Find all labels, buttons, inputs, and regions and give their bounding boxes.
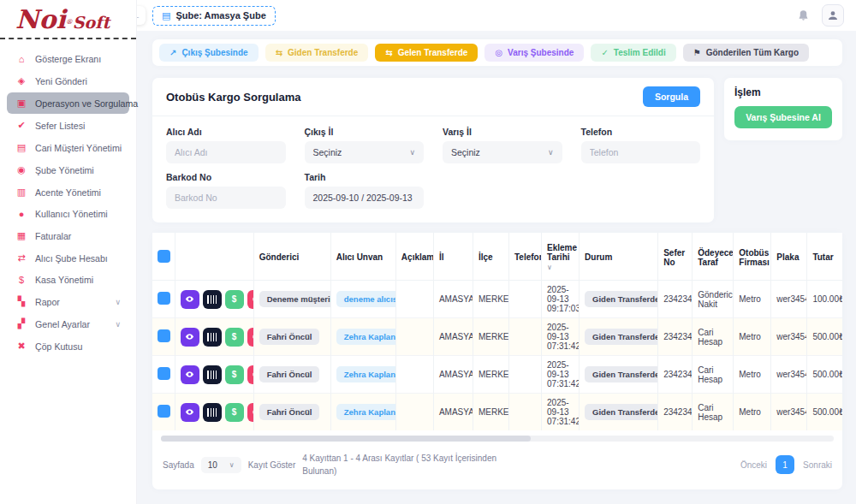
barcode-button[interactable]: [203, 365, 222, 384]
district-value: MERKEZ: [479, 370, 509, 379]
sidebar: Noi®Soft ⌂Gösterge Ekranı◈Yeni Gönderi▣O…: [0, 0, 137, 504]
filter-button-0[interactable]: ↗Çıkış Şubesinde: [159, 44, 259, 62]
payment-button[interactable]: $: [225, 365, 244, 384]
column-header-label: İlçe: [479, 252, 493, 262]
select-all-checkbox[interactable]: [158, 250, 170, 263]
sidebar-item-2[interactable]: ▣Operasyon ve Sorgulama: [7, 92, 129, 114]
sidebar-item-4[interactable]: ▤Cari Müşteri Yönetimi: [7, 137, 129, 158]
status-badge: Giden Transferde: [585, 291, 658, 307]
receiver-cell: Zehra Kaplan: [330, 356, 395, 394]
view-button[interactable]: [181, 403, 199, 422]
origin-city-label: Çıkış İl: [305, 127, 425, 137]
per-page-select[interactable]: 10 ∨: [201, 457, 241, 473]
row-actions-cell: $: [175, 318, 253, 356]
payment-button[interactable]: $: [225, 403, 244, 422]
payment-button[interactable]: $: [225, 328, 244, 347]
user-avatar[interactable]: [822, 4, 844, 27]
query-submit-button[interactable]: Sorgula: [643, 86, 700, 107]
barcode-button[interactable]: [203, 328, 222, 347]
eye-icon: [185, 407, 194, 417]
sidebar-item-9[interactable]: ⇄Alıcı Şube Hesabı: [7, 247, 129, 269]
date-range-label: Tarih: [305, 172, 425, 182]
sidebar-item-6[interactable]: ▥Acente Yönetimi: [7, 181, 129, 203]
trip-list-icon: ✔: [15, 120, 27, 131]
sidebar-item-3[interactable]: ✔Sefer Listesi: [7, 115, 129, 136]
city-cell: AMASYA: [433, 281, 473, 318]
filter-button-2[interactable]: ⇆Gelen Transferde: [375, 44, 478, 62]
created-date-value: 2025-09-13 09:17:03: [547, 285, 580, 313]
sidebar-item-13[interactable]: ✖Çöp Kutusu: [7, 335, 129, 357]
branch-selector-button[interactable]: ▤ Şube: Amasya Şube: [152, 6, 276, 26]
horizontal-scrollbar[interactable]: [161, 436, 834, 442]
package-icon: ◈: [15, 75, 27, 86]
created-date-value: 2025-09-13 07:31:42: [547, 398, 580, 426]
records-info-text: 4 Kayıttan 1 - 4 Arası Kayıtlar ( 53 Kay…: [302, 452, 516, 477]
print-button[interactable]: [247, 290, 254, 309]
destination-city-select[interactable]: Seçiniz ∨: [443, 141, 562, 163]
row-checkbox[interactable]: [158, 405, 170, 418]
print-button[interactable]: [247, 403, 254, 422]
sidebar-item-12[interactable]: ▞Genel Ayarlar∨: [7, 313, 129, 335]
sidebar-item-label: Kullanıcı Yönetimi: [35, 209, 108, 219]
home-icon: ⌂: [15, 54, 27, 64]
filter-button-5[interactable]: ⚑Gönderilen Tüm Kargo: [683, 44, 809, 62]
take-to-arrival-branch-button[interactable]: Varış Şubesine Al: [734, 106, 832, 128]
sidebar-item-5[interactable]: ◉Şube Yönetimi: [7, 159, 129, 181]
filter-button-1[interactable]: ⇆Giden Transferde: [265, 44, 369, 62]
trip-no-cell: 234234: [658, 318, 693, 356]
sort-icon[interactable]: ∨: [547, 264, 552, 271]
barcode-button[interactable]: [203, 403, 222, 422]
sidebar-item-1[interactable]: ◈Yeni Gönderi: [7, 70, 129, 92]
topbar: ← ▤ Şube: Amasya Şube: [137, 0, 856, 31]
trip-no-value: 234234: [663, 370, 692, 379]
column-header-label: Açıklama: [401, 252, 434, 262]
phone-input[interactable]: [581, 141, 701, 163]
print-button[interactable]: [247, 365, 254, 384]
scrollbar-thumb[interactable]: [161, 436, 531, 442]
column-header-plaka: Plaka: [771, 233, 807, 281]
page-number-button[interactable]: 1: [776, 455, 794, 474]
next-page-button[interactable]: Sonraki: [803, 460, 832, 470]
previous-page-button[interactable]: Önceki: [740, 460, 767, 470]
payment-button[interactable]: $: [225, 290, 244, 309]
sidebar-item-11[interactable]: ▚Rapor∨: [7, 291, 129, 312]
view-button[interactable]: [181, 365, 199, 384]
sidebar-item-8[interactable]: ▦Faturalar: [7, 225, 129, 246]
sidebar-item-0[interactable]: ⌂Gösterge Ekranı: [7, 49, 129, 69]
per-page-suffix-label: Kayıt Göster: [248, 460, 296, 470]
receiver-cell: Zehra Kaplan: [330, 318, 395, 356]
customer-icon: ▤: [15, 142, 27, 153]
column-header-label: Telefon: [514, 252, 542, 262]
sidebar-item-7[interactable]: ●Kullanıcı Yönetimi: [7, 204, 129, 224]
origin-city-select[interactable]: Seçiniz ∨: [305, 141, 425, 163]
notifications-bell-icon[interactable]: [797, 9, 810, 22]
row-checkbox[interactable]: [158, 367, 170, 380]
branch-label: Şube: Amasya Şube: [175, 10, 265, 21]
view-button[interactable]: [181, 290, 199, 309]
sidebar-item-10[interactable]: $Kasa Yönetimi: [7, 270, 129, 290]
amount-value: 500.00₺: [812, 332, 842, 341]
date-range-input[interactable]: 2025-09-10 / 2025-09-13: [305, 187, 425, 209]
bus-company-value: Metro: [739, 407, 761, 417]
field-date-range: Tarih 2025-09-10 / 2025-09-13: [305, 172, 425, 209]
chevron-down-icon: ∨: [229, 461, 235, 469]
sidebar-item-label: Yeni Gönderi: [35, 76, 87, 86]
receiver-badge: Zehra Kaplan: [336, 366, 396, 382]
barcode-input[interactable]: [166, 187, 286, 209]
barcode-button[interactable]: [203, 290, 222, 309]
row-checkbox[interactable]: [158, 329, 170, 342]
amount-cell: 500.00₺: [807, 318, 842, 356]
view-button[interactable]: [181, 328, 199, 347]
receiver-cell: Zehra Kaplan: [330, 394, 395, 431]
receiver-name-input[interactable]: [166, 141, 286, 163]
status-filter-bar: ↗Çıkış Şubesinde⇆Giden Transferde⇆Gelen …: [152, 39, 842, 66]
filter-button-4[interactable]: ✓Teslim Edildi: [591, 44, 675, 62]
city-value: AMASYA: [439, 332, 473, 341]
sidebar-item-label: Operasyon ve Sorgulama: [35, 98, 138, 109]
column-header-ekleme-tarihi[interactable]: Ekleme Tarihi ∨: [542, 233, 580, 281]
row-checkbox[interactable]: [158, 292, 170, 305]
print-button[interactable]: [247, 328, 254, 347]
sidebar-item-label: Çöp Kutusu: [35, 341, 82, 352]
invoice-icon: ▦: [15, 230, 27, 241]
filter-button-3[interactable]: ◎Varış Şubesinde: [484, 44, 584, 62]
